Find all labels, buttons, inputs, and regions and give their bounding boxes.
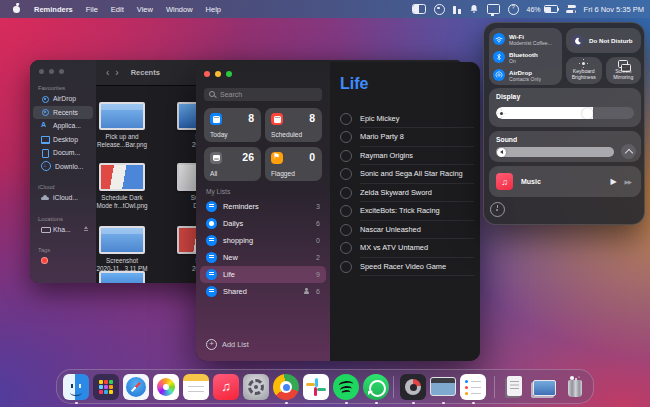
menu-file[interactable]: File bbox=[86, 5, 98, 14]
reminder-row[interactable]: ExciteBots: Trick Racing bbox=[340, 202, 474, 221]
dock-window-preview[interactable] bbox=[430, 377, 456, 396]
dock-spotify[interactable] bbox=[333, 374, 359, 400]
dock-photos[interactable] bbox=[153, 374, 179, 400]
screen-mirroring-button[interactable]: Screen Mirroring bbox=[606, 57, 642, 84]
eject-icon[interactable] bbox=[83, 226, 89, 232]
sidebar-item-airdrop[interactable]: AirDrop bbox=[33, 92, 93, 106]
add-list-button[interactable]: Add List bbox=[206, 339, 249, 350]
sidebar-item-red-tag[interactable] bbox=[33, 254, 93, 268]
menu-bar-clock[interactable]: Fri 6 Nov 5:35 PM bbox=[584, 5, 644, 14]
slider-knob[interactable] bbox=[582, 108, 593, 119]
list-row-life[interactable]: Life 9 bbox=[200, 266, 326, 283]
file-item[interactable]: Pick up andRelease...Bar.png bbox=[90, 102, 154, 149]
reminders-window-controls[interactable] bbox=[204, 71, 232, 77]
dock-launchpad[interactable] bbox=[93, 374, 119, 400]
sidebar-item-documents[interactable]: Docum... bbox=[33, 146, 93, 160]
checkbox-icon[interactable] bbox=[340, 131, 352, 143]
keyboard-brightness-button[interactable]: Keyboard Brightness bbox=[566, 57, 602, 84]
sidebar-item-applications[interactable]: Applica... bbox=[33, 119, 93, 133]
dock-activity-donut[interactable] bbox=[400, 374, 426, 400]
reminder-row[interactable]: Rayman Origins bbox=[340, 146, 474, 165]
list-row-new[interactable]: New 2 bbox=[200, 249, 326, 266]
sidebar-item-downloads[interactable]: Downlo... bbox=[33, 160, 93, 174]
reminder-row[interactable]: Speed Racer Video Game bbox=[340, 257, 474, 276]
apple-menu-icon[interactable] bbox=[12, 4, 21, 14]
checkbox-icon[interactable] bbox=[340, 168, 352, 180]
airplay-audio-button[interactable] bbox=[621, 144, 636, 159]
back-forward-buttons[interactable]: ‹› bbox=[106, 67, 125, 78]
control-center-icon[interactable] bbox=[566, 3, 576, 15]
smart-list-today[interactable]: 8 Today bbox=[204, 108, 261, 142]
toggle-icon[interactable] bbox=[412, 4, 426, 14]
checkbox-icon[interactable] bbox=[340, 150, 352, 162]
reminder-row[interactable]: Mario Party 8 bbox=[340, 128, 474, 147]
dock-slack[interactable] bbox=[303, 374, 329, 400]
dock-screenshots-stack[interactable] bbox=[531, 374, 557, 400]
list-row-reminders[interactable]: Reminders 3 bbox=[200, 198, 326, 215]
checkbox-icon[interactable] bbox=[340, 113, 352, 125]
menu-view[interactable]: View bbox=[137, 5, 153, 14]
reminder-row[interactable]: MX vs ATV Untamed bbox=[340, 239, 474, 258]
sidebar-item-recents[interactable]: Recents bbox=[33, 106, 93, 120]
dock-documents-stack[interactable] bbox=[502, 374, 528, 400]
play-icon[interactable]: ▶ bbox=[610, 177, 616, 186]
do-not-disturb-toggle[interactable]: Do Not Disturb bbox=[566, 28, 641, 53]
menu-app-name[interactable]: Reminders bbox=[34, 5, 73, 14]
reminder-row[interactable]: Zelda Skyward Sword bbox=[340, 183, 474, 202]
battery-indicator[interactable]: 46% bbox=[527, 5, 558, 13]
menu-edit[interactable]: Edit bbox=[111, 5, 124, 14]
finder-window-controls[interactable] bbox=[39, 69, 64, 74]
scheduled-icon bbox=[271, 113, 283, 125]
smart-list-flagged[interactable]: 0 Flagged bbox=[265, 147, 322, 181]
sidebar-item-icloud-drive[interactable]: iCloud... bbox=[33, 191, 93, 205]
reminder-row[interactable]: Sonic and Sega All Star Racing bbox=[340, 165, 474, 184]
reminder-row[interactable]: Nascar Unleashed bbox=[340, 220, 474, 239]
dock-finder[interactable] bbox=[63, 374, 89, 400]
reminder-row[interactable]: Epic Mickey bbox=[340, 109, 474, 128]
checkbox-icon[interactable] bbox=[340, 224, 352, 236]
wifi-toggle[interactable]: Wi-Fi Modernist Coffee... bbox=[493, 30, 560, 48]
smart-list-all[interactable]: 26 All bbox=[204, 147, 261, 181]
menu-help[interactable]: Help bbox=[206, 5, 221, 14]
checkbox-icon[interactable] bbox=[340, 242, 352, 254]
brightness-sun-icon bbox=[500, 112, 503, 115]
file-item[interactable]: Schedule DarkMode fr...tOwl.png bbox=[90, 163, 154, 210]
downloads-icon bbox=[41, 161, 51, 171]
menu-window[interactable]: Window bbox=[166, 5, 193, 14]
checkbox-icon[interactable] bbox=[340, 187, 352, 199]
dock-reminders[interactable] bbox=[460, 374, 486, 400]
dock-chrome[interactable] bbox=[273, 374, 299, 400]
search-input[interactable]: Search bbox=[204, 88, 322, 101]
checkbox-icon[interactable] bbox=[340, 205, 352, 217]
smart-list-scheduled[interactable]: 8 Scheduled bbox=[265, 108, 322, 142]
dock-notes[interactable] bbox=[183, 374, 209, 400]
volume-slider[interactable] bbox=[496, 147, 614, 157]
bluetooth-toggle[interactable]: Bluetooth On bbox=[493, 48, 560, 66]
file-item[interactable]: Screenshot2020-11...3.11 PM bbox=[90, 226, 154, 273]
list-icon bbox=[206, 286, 217, 297]
sidebar-item-external-drive[interactable]: Kha... bbox=[33, 223, 93, 237]
sidebar-item-desktop[interactable]: Desktop bbox=[33, 133, 93, 147]
accessibility-shortcuts-button[interactable] bbox=[490, 202, 505, 217]
slider-knob[interactable] bbox=[497, 148, 506, 157]
airdrop-toggle[interactable]: AirDrop Contacts Only bbox=[493, 66, 560, 84]
checkbox-icon[interactable] bbox=[340, 261, 352, 273]
dock-safari[interactable] bbox=[123, 374, 149, 400]
dock-whatsapp[interactable] bbox=[363, 374, 389, 400]
music-card[interactable]: ♫ Music ▶ ▶▶ bbox=[489, 166, 641, 197]
stats-bars-icon[interactable] bbox=[453, 5, 461, 14]
display-brightness-slider[interactable] bbox=[496, 107, 634, 119]
dock-system-preferences[interactable] bbox=[243, 374, 269, 400]
fast-forward-icon[interactable]: ▶▶ bbox=[625, 179, 631, 185]
help-icon[interactable] bbox=[508, 4, 519, 15]
dock-trash[interactable] bbox=[562, 374, 588, 400]
bell-icon[interactable] bbox=[469, 3, 479, 15]
file-item[interactable] bbox=[90, 271, 154, 283]
dock-music[interactable]: ♫ bbox=[213, 374, 239, 400]
wheel-icon[interactable] bbox=[434, 4, 445, 15]
list-row-shared[interactable]: Shared 6 bbox=[200, 283, 326, 300]
display-menu-icon[interactable] bbox=[487, 4, 500, 14]
list-row-shopping[interactable]: shopping 0 bbox=[200, 232, 326, 249]
reminders-window: Search 8 Today 8 Scheduled 26 All 0 Flag… bbox=[196, 62, 480, 361]
list-row-dailys[interactable]: Dailys 6 bbox=[200, 215, 326, 232]
